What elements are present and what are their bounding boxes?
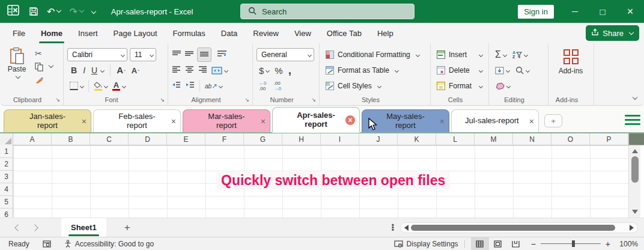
align-bottom-button[interactable] — [197, 47, 211, 62]
format-as-table-button[interactable]: Format as Table — [326, 62, 428, 78]
borders-button[interactable] — [70, 82, 84, 90]
macro-record-icon[interactable] — [43, 240, 51, 248]
select-all-corner[interactable] — [0, 133, 13, 145]
column-header-h[interactable]: H — [282, 133, 321, 145]
scroll-left-icon[interactable] — [404, 225, 409, 231]
conditional-formatting-button[interactable]: Conditional Formatting — [326, 47, 428, 62]
menu-tab-review[interactable]: Review — [245, 23, 287, 43]
column-header-d[interactable]: D — [129, 133, 167, 145]
menu-tab-help[interactable]: Help — [369, 23, 401, 43]
align-middle-button[interactable] — [184, 49, 194, 60]
column-header-j[interactable]: J — [359, 133, 398, 145]
font-dialog-launcher-icon[interactable]: ↘ — [160, 97, 165, 103]
cut-button[interactable]: ✂ — [35, 48, 53, 59]
accessibility-status[interactable]: Accessibility: Good to go — [64, 240, 154, 248]
menu-tab-formulas[interactable]: Formulas — [165, 23, 213, 43]
zoom-slider[interactable] — [541, 243, 601, 244]
doc-tab-feb-sales-report[interactable]: Feb-sales- report× — [93, 109, 181, 132]
comma-style-button[interactable]: , — [288, 64, 291, 77]
scroll-up-icon[interactable] — [632, 149, 638, 153]
cell-area[interactable]: Quickly switch between open files — [13, 145, 628, 218]
horizontal-scrollbar[interactable] — [400, 222, 638, 233]
column-header-i[interactable]: I — [321, 133, 359, 145]
align-left-button[interactable] — [172, 65, 181, 76]
column-header-k[interactable]: K — [398, 133, 436, 145]
number-format-select[interactable]: General — [257, 48, 314, 61]
fill-color-button[interactable] — [94, 82, 108, 91]
column-header-f[interactable]: F — [205, 133, 244, 145]
column-header-n[interactable]: N — [513, 133, 551, 145]
vertical-scrollbar[interactable] — [628, 145, 640, 218]
row-header-1[interactable]: 1 — [0, 145, 13, 158]
font-family-select[interactable]: Calibri — [67, 48, 127, 61]
row-header-5[interactable]: 5 — [0, 196, 13, 209]
more-options-icon[interactable]: ••• — [392, 224, 394, 231]
menu-tab-insert[interactable]: Insert — [70, 23, 106, 43]
find-select-button[interactable] — [515, 66, 529, 75]
close-icon[interactable]: × — [616, 0, 644, 23]
column-header-g[interactable]: G — [244, 133, 282, 145]
column-header-o[interactable]: O — [551, 133, 590, 145]
menu-tab-file[interactable]: File — [5, 23, 33, 43]
zoom-level[interactable]: 100% — [610, 240, 638, 248]
wrap-text-button[interactable] — [217, 49, 227, 60]
row-header-3[interactable]: 3 — [0, 171, 13, 183]
autosum-button[interactable]: Σ — [495, 49, 506, 60]
close-tab-icon[interactable]: × — [440, 117, 445, 126]
doc-tab-mar-sales-report[interactable]: Mar-sales- report× — [183, 109, 270, 132]
copy-button[interactable] — [35, 61, 53, 72]
paste-button[interactable]: Paste — [4, 47, 30, 85]
decrease-font-size-button[interactable]: Aˇ — [132, 65, 139, 76]
column-header-e[interactable]: E — [167, 133, 205, 145]
close-tab-icon[interactable]: × — [171, 117, 176, 126]
merge-center-button[interactable] — [211, 67, 228, 75]
menu-tab-data[interactable]: Data — [213, 23, 245, 43]
italic-button[interactable]: I — [83, 66, 85, 75]
font-color-button[interactable]: A — [112, 82, 126, 91]
decrease-indent-button[interactable] — [172, 81, 181, 91]
scroll-right-icon[interactable] — [630, 225, 634, 231]
sort-filter-button[interactable]: AZ — [512, 50, 527, 59]
decrease-decimal-button[interactable]: .00→0 — [273, 81, 281, 91]
zoom-slider-thumb[interactable] — [572, 240, 575, 247]
format-painter-button[interactable] — [35, 75, 53, 85]
save-icon[interactable] — [29, 7, 38, 16]
horizontal-scroll-thumb[interactable] — [411, 225, 615, 231]
cell-styles-button[interactable]: Cell Styles — [326, 78, 428, 94]
sheet-tab-sheet1[interactable]: Sheet1 — [61, 218, 106, 237]
clear-button[interactable] — [495, 82, 510, 90]
column-header-c[interactable]: C — [90, 133, 129, 145]
collapse-ribbon-icon[interactable] — [633, 91, 637, 102]
page-layout-view-button[interactable] — [489, 237, 507, 250]
zoom-in-button[interactable]: + — [606, 239, 610, 249]
accounting-format-button[interactable]: $ — [259, 66, 269, 76]
page-break-view-button[interactable] — [507, 237, 525, 250]
align-top-button[interactable] — [172, 49, 181, 60]
number-dialog-launcher-icon[interactable]: ↘ — [311, 97, 316, 103]
prev-sheet-icon[interactable] — [14, 224, 21, 231]
increase-font-size-button[interactable]: Aˆ — [117, 65, 126, 76]
menu-tab-office-tab[interactable]: Office Tab — [319, 23, 369, 43]
close-tab-icon[interactable]: × — [261, 117, 266, 126]
close-tab-icon[interactable]: × — [529, 117, 534, 126]
column-header-a[interactable]: A — [13, 133, 52, 145]
office-tab-menu-icon[interactable] — [625, 115, 640, 125]
display-settings-button[interactable]: Display Settings — [394, 240, 458, 248]
minimize-icon[interactable]: ─ — [561, 0, 589, 23]
add-sheet-button[interactable]: + — [124, 222, 130, 234]
addins-button[interactable]: Add-ins — [552, 49, 589, 75]
column-header-b[interactable]: B — [52, 133, 90, 145]
doc-tab-jan-sales-report[interactable]: Jan-sales- report× — [4, 109, 91, 132]
alignment-dialog-launcher-icon[interactable]: ↘ — [245, 97, 249, 103]
doc-tab-jul-sales-report[interactable]: Jul-sales-report× — [451, 109, 539, 132]
close-tab-icon[interactable]: × — [345, 115, 355, 125]
insert-cells-button[interactable]: Insert — [437, 47, 486, 62]
normal-view-button[interactable] — [471, 237, 489, 250]
menu-tab-page-layout[interactable]: Page Layout — [106, 23, 165, 43]
underline-dropdown-icon[interactable] — [100, 68, 105, 72]
percent-style-button[interactable]: % — [275, 66, 282, 76]
zoom-out-button[interactable]: − — [531, 239, 536, 249]
customize-qat-icon[interactable] — [92, 10, 96, 13]
increase-indent-button[interactable] — [186, 81, 195, 91]
column-header-l[interactable]: L — [436, 133, 475, 145]
